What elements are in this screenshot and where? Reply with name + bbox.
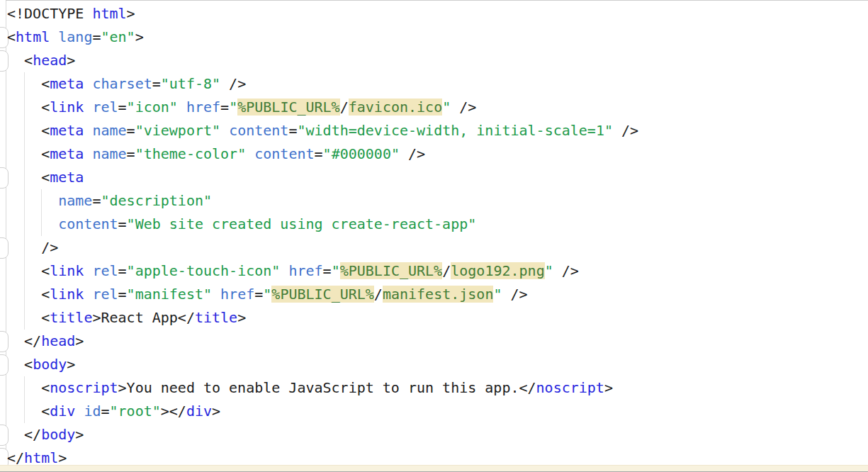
code-token: "apple-touch-icon" <box>127 262 281 279</box>
code-token: name <box>92 145 126 162</box>
code-line[interactable]: <div id="root"></div> <box>7 400 868 423</box>
code-token: href <box>186 99 220 116</box>
code-token: </ <box>7 426 41 443</box>
code-token: " <box>493 286 502 303</box>
code-token: >React App</ <box>92 309 195 326</box>
code-line[interactable]: <!DOCTYPE html> <box>7 2 868 26</box>
code-token: html <box>16 28 50 45</box>
code-token: > <box>58 449 67 466</box>
code-token: href <box>220 286 254 303</box>
code-token: > <box>237 309 246 326</box>
code-token: = <box>118 99 127 116</box>
code-line[interactable]: <meta name="viewport" content="width=dev… <box>7 119 868 142</box>
code-token <box>84 262 92 279</box>
code-token: > <box>135 28 144 45</box>
code-token: " <box>545 262 553 279</box>
code-token <box>50 28 58 45</box>
code-token: head <box>41 332 75 349</box>
code-line[interactable]: <noscript>You need to enable JavaScript … <box>7 376 868 400</box>
code-line[interactable]: <title>React App</title> <box>7 306 868 330</box>
code-token <box>84 75 92 92</box>
code-token: content <box>229 122 288 139</box>
code-line[interactable]: <link rel="apple-touch-icon" href="%PUBL… <box>7 259 868 283</box>
code-token: </ <box>7 332 41 349</box>
code-token: " <box>229 99 237 116</box>
code-line[interactable]: </body> <box>7 423 868 446</box>
code-line[interactable]: <link rel="manifest" href="%PUBLIC_URL%/… <box>7 283 868 306</box>
code-line[interactable]: <meta name="theme-color" content="#00000… <box>7 142 868 166</box>
code-token: < <box>7 52 33 69</box>
code-token <box>84 286 92 303</box>
code-token: = <box>288 122 297 139</box>
code-line[interactable]: <head> <box>7 49 868 72</box>
code-token: /> <box>451 99 476 116</box>
code-token: < <box>7 28 16 45</box>
code-token: body <box>41 426 75 443</box>
code-token: "#000000" <box>323 145 400 162</box>
code-token <box>7 192 58 209</box>
code-token: " <box>332 262 340 279</box>
code-token: /> <box>7 239 58 256</box>
code-token: noscript <box>536 379 604 396</box>
highlighted-token: favicon.ico <box>349 99 442 116</box>
code-token: /> <box>220 75 246 92</box>
code-token: content <box>58 215 118 232</box>
highlighted-token: manifest.json <box>383 286 494 303</box>
code-token: div <box>50 403 75 420</box>
code-token: = <box>315 145 323 162</box>
code-token: = <box>323 262 332 279</box>
code-token: </ <box>7 449 24 466</box>
code-token: = <box>118 286 127 303</box>
code-token: "width=device-width, initial-scale=1" <box>297 122 613 139</box>
code-token: "icon" <box>127 99 178 116</box>
code-token: = <box>254 286 263 303</box>
code-line[interactable]: </head> <box>7 330 868 353</box>
code-token: /> <box>613 122 638 139</box>
code-line[interactable]: <html lang="en"> <box>7 26 868 49</box>
code-token: rel <box>92 99 118 116</box>
code-token: < <box>7 99 50 116</box>
code-line[interactable]: <link rel="icon" href="%PUBLIC_URL%/favi… <box>7 96 868 119</box>
code-token: "viewport" <box>135 122 220 139</box>
code-token: /> <box>553 262 579 279</box>
code-token: meta <box>50 169 84 186</box>
code-token: html <box>24 449 58 466</box>
code-token: = <box>118 262 127 279</box>
code-token: content <box>254 145 314 162</box>
code-line[interactable]: <body> <box>7 353 868 376</box>
code-token: link <box>50 286 84 303</box>
code-token: < <box>7 122 50 139</box>
code-token: < <box>7 75 50 92</box>
code-token: < <box>7 262 50 279</box>
code-token: = <box>101 403 109 420</box>
code-token: title <box>195 309 237 326</box>
code-token: name <box>58 192 92 209</box>
code-token: head <box>33 52 67 69</box>
code-token: = <box>127 145 135 162</box>
code-token <box>212 286 220 303</box>
code-token: = <box>127 122 135 139</box>
code-token: name <box>92 122 126 139</box>
code-token: = <box>118 215 127 232</box>
code-token: / <box>340 99 349 116</box>
code-editor[interactable]: <!DOCTYPE html><html lang="en"> <head> <… <box>0 0 868 472</box>
code-token: <!DOCTYPE <box>7 5 92 22</box>
code-line[interactable]: <meta <box>7 166 868 189</box>
code-token: noscript <box>50 379 118 396</box>
code-token: "Web site created using create-react-app… <box>127 215 477 232</box>
code-token: link <box>50 99 84 116</box>
code-token: / <box>374 286 383 303</box>
code-token: >You need to enable JavaScript to run th… <box>118 379 536 396</box>
code-token <box>246 145 254 162</box>
code-token: lang <box>58 28 92 45</box>
code-line[interactable]: name="description" <box>7 189 868 213</box>
code-line[interactable]: <meta charset="utf-8" /> <box>7 72 868 96</box>
code-token: ></ <box>161 403 186 420</box>
code-token <box>7 215 58 232</box>
current-line-highlight <box>0 465 868 471</box>
highlighted-token: %PUBLIC_URL% <box>237 99 340 116</box>
code-token: " <box>263 286 271 303</box>
code-token: div <box>186 403 212 420</box>
code-line[interactable]: content="Web site created using create-r… <box>7 213 868 236</box>
code-line[interactable]: /> <box>7 236 868 259</box>
